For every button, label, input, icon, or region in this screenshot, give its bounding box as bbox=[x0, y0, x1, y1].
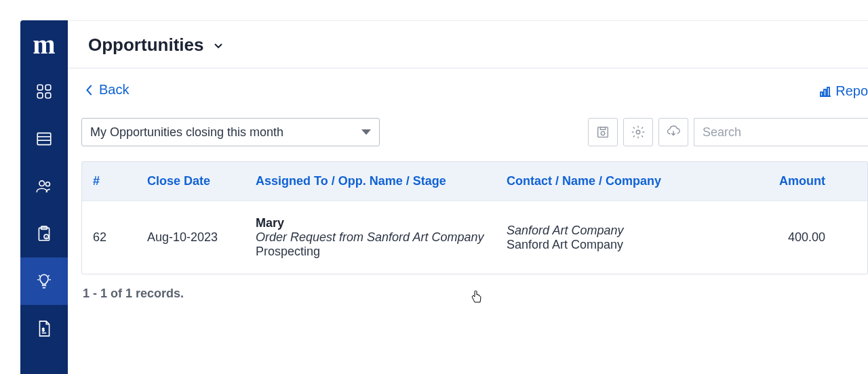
col-header-assigned[interactable]: Assigned To / Opp. Name / Stage bbox=[256, 174, 507, 188]
svg-rect-1 bbox=[45, 85, 51, 90]
opportunities-table: # Close Date Assigned To / Opp. Name / S… bbox=[81, 161, 868, 274]
toolbar: My Opportunities closing this month bbox=[81, 118, 868, 146]
col-header-contact[interactable]: Contact / Name / Company bbox=[507, 174, 730, 188]
cell-contact: Sanford Art Company Sanford Art Company bbox=[507, 224, 730, 252]
nav-opportunities[interactable] bbox=[20, 257, 68, 305]
svg-text:$: $ bbox=[42, 327, 45, 332]
app-logo: m bbox=[20, 20, 68, 68]
filter-dropdown[interactable]: My Opportunities closing this month bbox=[81, 118, 380, 146]
page-header: Opportunities bbox=[68, 21, 868, 68]
pagination-text: 1 - 1 of 1 records. bbox=[81, 287, 868, 301]
settings-button[interactable] bbox=[623, 118, 653, 146]
chevron-left-icon bbox=[85, 84, 94, 96]
company-name: Sanford Art Company bbox=[507, 238, 730, 252]
back-link[interactable]: Back bbox=[81, 82, 129, 98]
svg-rect-21 bbox=[824, 89, 826, 96]
nav-tables[interactable] bbox=[20, 115, 68, 163]
gear-icon bbox=[631, 125, 646, 140]
svg-rect-3 bbox=[45, 93, 51, 98]
svg-rect-2 bbox=[37, 93, 43, 98]
caret-down-icon bbox=[361, 129, 371, 135]
svg-rect-20 bbox=[821, 92, 823, 96]
svg-point-7 bbox=[39, 181, 45, 186]
table-icon bbox=[35, 130, 53, 148]
col-header-close-date[interactable]: Close Date bbox=[147, 174, 256, 188]
chevron-down-icon[interactable] bbox=[213, 40, 224, 51]
cell-amount: 400.00 bbox=[730, 230, 825, 245]
cell-assigned: Mary Order Request from Sanford Art Comp… bbox=[256, 216, 507, 259]
report-label: Repo bbox=[835, 83, 868, 99]
stage: Prospecting bbox=[256, 245, 507, 259]
save-view-button[interactable] bbox=[588, 118, 618, 146]
assigned-to: Mary bbox=[256, 216, 507, 230]
cell-idx: 62 bbox=[93, 230, 147, 245]
opportunity-name: Order Request from Sanford Art Company bbox=[256, 230, 507, 245]
back-label: Back bbox=[99, 82, 129, 98]
users-icon bbox=[35, 178, 53, 195]
nav-contacts[interactable] bbox=[20, 163, 68, 210]
table-header: # Close Date Assigned To / Opp. Name / S… bbox=[82, 162, 867, 201]
grid-icon bbox=[35, 83, 53, 100]
document-dollar-icon: $ bbox=[35, 320, 53, 337]
cell-close-date: Aug-10-2023 bbox=[147, 230, 256, 245]
filter-label: My Opportunities closing this month bbox=[90, 125, 283, 140]
search-input[interactable] bbox=[694, 118, 868, 146]
nav-dashboard[interactable] bbox=[20, 68, 68, 115]
nav-billing[interactable]: $ bbox=[20, 210, 68, 257]
save-icon bbox=[595, 125, 610, 140]
svg-line-16 bbox=[48, 275, 50, 276]
svg-point-26 bbox=[636, 130, 640, 134]
lightbulb-icon bbox=[35, 272, 53, 290]
page-title[interactable]: Opportunities bbox=[88, 35, 224, 56]
svg-rect-4 bbox=[37, 133, 51, 144]
cloud-download-icon bbox=[666, 125, 681, 140]
nav-invoices[interactable]: $ bbox=[20, 305, 68, 352]
svg-rect-25 bbox=[600, 127, 605, 130]
svg-rect-22 bbox=[827, 87, 829, 96]
main-content: Opportunities Back Repo My Opportunities… bbox=[68, 20, 868, 374]
page-title-text: Opportunities bbox=[88, 35, 203, 56]
sidebar: m $ $ bbox=[20, 20, 68, 374]
bar-chart-icon bbox=[819, 86, 831, 97]
clipboard-dollar-icon: $ bbox=[35, 225, 53, 243]
svg-point-24 bbox=[601, 131, 605, 136]
col-header-amount[interactable]: Amount bbox=[730, 174, 825, 188]
svg-line-15 bbox=[39, 275, 40, 276]
export-button[interactable] bbox=[658, 118, 688, 146]
contact-name: Sanford Art Company bbox=[507, 224, 730, 238]
table-row[interactable]: 62 Aug-10-2023 Mary Order Request from S… bbox=[82, 201, 867, 274]
col-header-idx[interactable]: # bbox=[93, 174, 147, 188]
content-area: Back Repo My Opportunities closing this … bbox=[68, 68, 868, 374]
svg-point-8 bbox=[45, 182, 50, 186]
report-link[interactable]: Repo bbox=[819, 83, 868, 99]
svg-rect-0 bbox=[37, 85, 43, 90]
